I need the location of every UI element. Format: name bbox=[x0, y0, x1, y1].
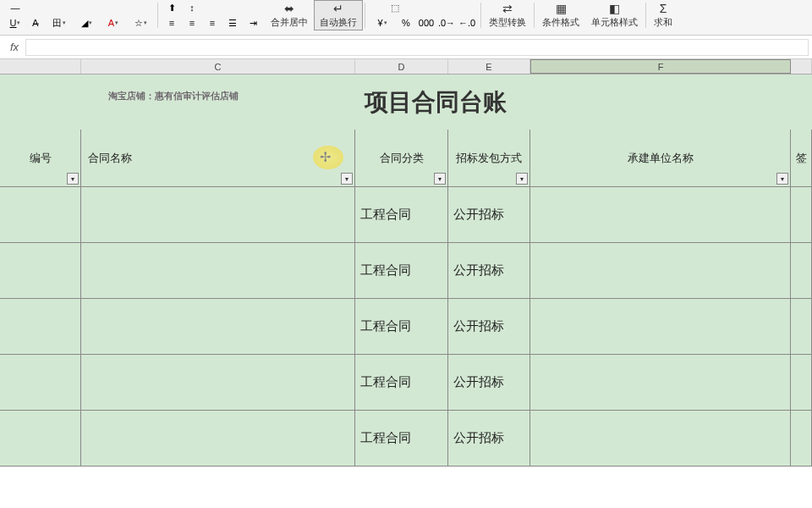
align-right-button[interactable]: ≡ bbox=[203, 15, 222, 30]
merge-label: 合并居中 bbox=[271, 16, 308, 29]
data-cell[interactable]: 工程合同 bbox=[355, 299, 448, 355]
data-cell[interactable]: 公开招标 bbox=[448, 299, 530, 355]
border-button[interactable]: 田▾ bbox=[47, 15, 72, 30]
wrap-text-button[interactable]: ↵ 自动换行 bbox=[314, 0, 363, 30]
cell-style-icon: ◧ bbox=[609, 2, 620, 15]
col-header-E[interactable]: E bbox=[448, 59, 530, 74]
divider bbox=[157, 3, 158, 28]
data-cell[interactable] bbox=[0, 187, 81, 243]
watermark: 淘宝店铺：惠有信审计评估店铺 bbox=[108, 90, 239, 102]
font-color-button[interactable]: A▾ bbox=[101, 15, 126, 30]
data-cell[interactable] bbox=[0, 299, 81, 355]
table-row: 工程合同公开招标 bbox=[0, 355, 812, 411]
formula-input[interactable] bbox=[25, 39, 809, 56]
currency-style-button[interactable]: ⬚ bbox=[370, 0, 420, 15]
align-top-button[interactable]: ⬆ bbox=[162, 0, 181, 15]
data-cell[interactable] bbox=[791, 187, 812, 243]
data-cell[interactable] bbox=[530, 243, 791, 299]
sum-button[interactable]: Σ 求和 bbox=[648, 0, 678, 30]
cell-style-label: 单元格样式 bbox=[591, 16, 638, 29]
data-cell[interactable] bbox=[791, 243, 812, 299]
font-format-group: — U▾ A̶ 田▾ ◢▾ A▾ ☆▾ bbox=[3, 0, 156, 30]
percent-button[interactable]: % bbox=[397, 15, 415, 30]
header-cell-number[interactable]: 编号 ▾ bbox=[0, 130, 81, 187]
header-cell-contract-name[interactable]: 合同名称 ▾ bbox=[81, 130, 355, 187]
data-cell[interactable] bbox=[791, 411, 812, 467]
filter-icon[interactable]: ▾ bbox=[434, 173, 446, 185]
number-group: ⬚ ¥▾ % 000 .0→ ←.0 bbox=[367, 0, 479, 30]
data-cell[interactable]: 公开招标 bbox=[448, 187, 530, 243]
fx-label[interactable]: fx bbox=[3, 41, 25, 53]
comma-button[interactable]: 000 bbox=[417, 15, 436, 30]
data-cell[interactable] bbox=[530, 187, 791, 243]
data-cell[interactable] bbox=[530, 299, 791, 355]
data-cell[interactable] bbox=[530, 355, 791, 411]
col-header-F[interactable]: F bbox=[530, 59, 791, 74]
data-cell[interactable] bbox=[791, 355, 812, 411]
strikethrough-button[interactable]: A̶ bbox=[26, 15, 45, 30]
ribbon-toolbar: — U▾ A̶ 田▾ ◢▾ A▾ ☆▾ ⬆ ↕ ≡ ≡ ≡ ☰ ⇥ ⬌ 合并居中… bbox=[0, 0, 812, 36]
filter-icon[interactable]: ▾ bbox=[341, 173, 353, 185]
underline-button[interactable]: U▾ bbox=[6, 15, 25, 30]
fill-color-button[interactable]: ◢▾ bbox=[74, 15, 99, 30]
align-left-button[interactable]: ≡ bbox=[162, 15, 181, 30]
data-cell[interactable] bbox=[81, 355, 355, 411]
align-justify-button[interactable]: ☰ bbox=[223, 15, 242, 30]
table-header-row: 编号 ▾ 合同名称 ▾ 合同分类 ▾ 招标发包方式 ▾ 承建单位名称 ▾ 签 bbox=[0, 130, 812, 187]
data-cell[interactable] bbox=[530, 411, 791, 467]
table-row: 工程合同公开招标 bbox=[0, 411, 812, 467]
col-header-C[interactable]: C bbox=[81, 59, 355, 74]
convert-label: 类型转换 bbox=[489, 16, 526, 29]
data-cell[interactable] bbox=[0, 411, 81, 467]
col-header-D[interactable]: D bbox=[355, 59, 448, 74]
conditional-format-button[interactable]: ▦ 条件格式 bbox=[536, 0, 585, 30]
sheet-area[interactable]: 淘宝店铺：惠有信审计评估店铺 项目合同台账 编号 ▾ 合同名称 ▾ 合同分类 ▾… bbox=[0, 75, 812, 489]
divider bbox=[645, 3, 646, 28]
data-cell[interactable] bbox=[81, 299, 355, 355]
font-effect-button[interactable]: ☆▾ bbox=[128, 15, 153, 30]
data-cell[interactable] bbox=[81, 411, 355, 467]
data-cell[interactable]: 工程合同 bbox=[355, 187, 448, 243]
align-center-button[interactable]: ≡ bbox=[183, 15, 201, 30]
merge-center-button[interactable]: ⬌ 合并居中 bbox=[265, 0, 314, 30]
filter-icon[interactable]: ▾ bbox=[776, 173, 788, 185]
data-cell[interactable] bbox=[0, 355, 81, 411]
data-cell[interactable]: 公开招标 bbox=[448, 355, 530, 411]
data-cell[interactable]: 公开招标 bbox=[448, 411, 530, 467]
decrease-decimal-button[interactable]: ←.0 bbox=[458, 15, 476, 30]
col-header-B[interactable] bbox=[0, 59, 81, 74]
sigma-icon: Σ bbox=[660, 2, 667, 15]
header-cell-contract-type[interactable]: 合同分类 ▾ bbox=[355, 130, 448, 187]
data-cell[interactable] bbox=[791, 299, 812, 355]
header-cell-contractor[interactable]: 承建单位名称 ▾ bbox=[530, 130, 791, 187]
data-cell[interactable]: 工程合同 bbox=[355, 355, 448, 411]
align-middle-button[interactable]: ↕ bbox=[183, 0, 201, 15]
table-row: 工程合同公开招标 bbox=[0, 243, 812, 299]
table-row: 工程合同公开招标 bbox=[0, 299, 812, 355]
data-cell[interactable]: 工程合同 bbox=[355, 411, 448, 467]
data-cell[interactable] bbox=[81, 243, 355, 299]
data-cell[interactable]: 公开招标 bbox=[448, 243, 530, 299]
increase-decimal-button[interactable]: .0→ bbox=[437, 15, 456, 30]
cell-style-button[interactable]: ◧ 单元格样式 bbox=[585, 0, 644, 30]
bold-button[interactable]: — bbox=[6, 0, 25, 15]
header-cell-bid-method[interactable]: 招标发包方式 ▾ bbox=[448, 130, 530, 187]
currency-button[interactable]: ¥▾ bbox=[370, 15, 395, 30]
convert-icon: ⇄ bbox=[502, 2, 513, 15]
type-convert-button[interactable]: ⇄ 类型转换 bbox=[483, 0, 532, 30]
filter-icon[interactable]: ▾ bbox=[67, 173, 79, 185]
wrap-icon: ↵ bbox=[333, 2, 343, 15]
merge-icon: ⬌ bbox=[284, 2, 294, 15]
data-cell[interactable]: 工程合同 bbox=[355, 243, 448, 299]
col-header-G[interactable] bbox=[791, 59, 812, 74]
data-cell[interactable] bbox=[81, 187, 355, 243]
divider bbox=[534, 3, 535, 28]
column-headers: C D E F bbox=[0, 59, 812, 75]
divider bbox=[365, 3, 365, 28]
indent-button[interactable]: ⇥ bbox=[244, 15, 262, 30]
header-cell-sign[interactable]: 签 bbox=[791, 130, 812, 187]
formula-bar: fx bbox=[0, 36, 812, 59]
data-cell[interactable] bbox=[0, 243, 81, 299]
filter-icon[interactable]: ▾ bbox=[516, 173, 528, 185]
wrap-label: 自动换行 bbox=[320, 16, 357, 29]
